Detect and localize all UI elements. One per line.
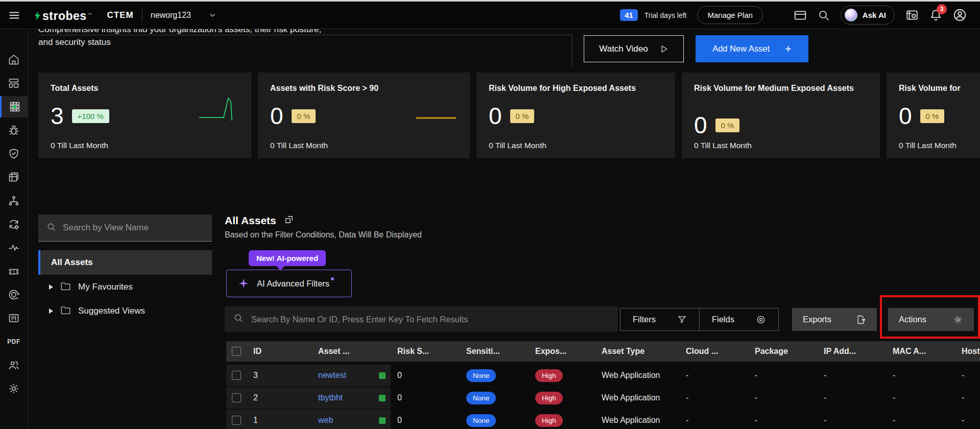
- cell-risk-score: 0: [391, 410, 460, 429]
- asset-status-square: [379, 372, 386, 379]
- sensitivity-badge: None: [466, 414, 496, 427]
- add-new-asset-label: Add New Asset: [712, 44, 770, 54]
- asset-link[interactable]: web: [318, 416, 333, 425]
- sidebar-item-assets[interactable]: [0, 96, 28, 117]
- profile-avatar-icon[interactable]: [953, 8, 967, 22]
- sidebar-item-activity[interactable]: [0, 242, 28, 254]
- view-search-input[interactable]: [63, 223, 204, 233]
- row-checkbox[interactable]: [232, 371, 241, 380]
- col-header-cloud[interactable]: Cloud ...: [679, 341, 748, 362]
- notifications-bell-icon[interactable]: 3: [929, 9, 942, 21]
- col-header-risk[interactable]: Risk S...: [391, 341, 460, 362]
- card-title: Risk Volume for High Exposed Assets: [489, 83, 657, 94]
- asset-link[interactable]: newtest: [318, 371, 346, 380]
- search-icon: [233, 313, 244, 325]
- filters-label: Filters: [633, 315, 656, 324]
- assets-panel-title: All Assets: [225, 214, 276, 227]
- exposure-badge: High: [535, 392, 563, 404]
- trial-days-label: Trial days left: [644, 11, 687, 19]
- sidebar-item-users[interactable]: [0, 359, 28, 371]
- select-all-checkbox[interactable]: [232, 347, 241, 356]
- row-checkbox[interactable]: [232, 393, 241, 402]
- search-icon: [46, 222, 56, 234]
- watch-video-button[interactable]: Watch Video: [584, 35, 684, 62]
- sidebar-item-settings[interactable]: [0, 383, 28, 395]
- stat-card-medium-exposed: Risk Volume for Medium Exposed Assets 0 …: [682, 73, 880, 158]
- caret-right-icon[interactable]: [49, 308, 53, 314]
- sidebar-item-reports[interactable]: [0, 171, 28, 183]
- cell-ip: -: [817, 410, 886, 429]
- col-header-package[interactable]: Package: [748, 341, 817, 362]
- tutorials-icon[interactable]: [905, 9, 919, 22]
- sidebar-item-shield-check[interactable]: [0, 148, 28, 160]
- ai-advanced-filters-button[interactable]: AI Advanced Filters: [226, 270, 352, 297]
- search-icon[interactable]: [818, 9, 830, 21]
- sidebar-item-pdf[interactable]: PDF: [0, 336, 28, 348]
- chevron-down-icon: [208, 11, 217, 19]
- sidebar-item-home[interactable]: [0, 54, 28, 66]
- top-scrollbar-strip: [0, 0, 980, 2]
- col-header-host[interactable]: Host: [955, 341, 980, 362]
- fields-button[interactable]: Fields: [699, 308, 778, 330]
- card-footer: 0 Till Last Month: [489, 141, 546, 150]
- card-footer: 0 Till Last Month: [51, 141, 108, 150]
- card-change-badge: +100 %: [72, 109, 109, 123]
- hero-divider-horizontal: [38, 35, 572, 35]
- asset-status-square: [379, 417, 386, 424]
- hero-description-line2: and security status: [38, 36, 321, 49]
- table-search-box[interactable]: [225, 306, 618, 332]
- cell-cloud: -: [679, 410, 748, 429]
- add-new-asset-button[interactable]: Add New Asset +: [696, 35, 808, 62]
- sidebar-item-automation[interactable]: [0, 218, 28, 230]
- hamburger-menu-icon[interactable]: [8, 9, 20, 21]
- col-header-mac[interactable]: MAC A...: [886, 341, 955, 362]
- view-item-label: My Favourites: [78, 282, 133, 292]
- stat-card-clipped: Risk Volume for 0 0 % 0 Till Last Month: [887, 73, 980, 158]
- exports-button[interactable]: Exports: [792, 308, 877, 331]
- caret-right-icon[interactable]: [49, 284, 53, 290]
- manage-plan-button[interactable]: Manage Plan: [697, 6, 762, 24]
- col-header-exposure[interactable]: Expos...: [529, 341, 595, 362]
- col-header-asset-type[interactable]: Asset Type: [595, 341, 679, 362]
- cell-cloud: -: [679, 387, 748, 409]
- view-item-suggested-views[interactable]: Suggested Views: [38, 299, 212, 323]
- stat-card-high-exposed: Risk Volume for High Exposed Assets 0 0 …: [476, 73, 675, 158]
- sidebar-item-scans[interactable]: [0, 289, 28, 301]
- sidebar-item-board[interactable]: [0, 312, 28, 324]
- cell-mac: -: [886, 387, 955, 409]
- view-item-all-assets[interactable]: All Assets: [38, 250, 212, 275]
- ask-ai-button[interactable]: Ask AI: [841, 6, 895, 25]
- cell-id: 3: [247, 365, 312, 386]
- view-item-my-favourites[interactable]: My Favourites: [38, 275, 212, 299]
- expand-icon[interactable]: [284, 214, 294, 227]
- card-title: Assets with Risk Score > 90: [270, 83, 439, 94]
- billing-card-icon[interactable]: [794, 9, 807, 22]
- row-checkbox[interactable]: [232, 416, 241, 425]
- cell-host: -: [955, 410, 980, 429]
- brand[interactable]: strobes ™: [33, 8, 92, 23]
- cell-ip: -: [817, 365, 886, 386]
- sidebar-item-tickets[interactable]: [0, 265, 28, 277]
- card-title: Risk Volume for Medium Exposed Assets: [694, 83, 863, 94]
- org-selector[interactable]: neworg123: [151, 11, 217, 20]
- filters-button[interactable]: Filters: [620, 308, 699, 330]
- col-header-id[interactable]: ID: [247, 341, 312, 362]
- cell-package: -: [748, 365, 817, 386]
- export-file-icon: [856, 315, 866, 325]
- table-search-input[interactable]: [251, 315, 609, 324]
- cell-package: -: [748, 387, 817, 409]
- sidebar-item-dashboard[interactable]: [0, 77, 28, 89]
- assets-panel: All Assets Based on the Filter Condition…: [225, 214, 980, 429]
- sidebar-item-sitemap[interactable]: [0, 195, 28, 207]
- play-icon: [659, 44, 668, 54]
- col-header-sensitivity[interactable]: Sensiti...: [460, 341, 529, 362]
- col-header-ip[interactable]: IP Add...: [817, 341, 886, 362]
- brand-logo-text: strobes: [42, 9, 87, 23]
- view-search-box[interactable]: [38, 214, 212, 242]
- asset-link[interactable]: tbytbht: [318, 393, 343, 402]
- col-header-asset[interactable]: Asset ...: [312, 341, 391, 362]
- card-value: 0: [899, 102, 912, 130]
- sidebar-item-vulnerabilities[interactable]: [0, 124, 28, 136]
- top-navbar: strobes ™ CTEM neworg123 41 Trial days l…: [0, 2, 980, 29]
- exposure-badge: High: [535, 369, 563, 382]
